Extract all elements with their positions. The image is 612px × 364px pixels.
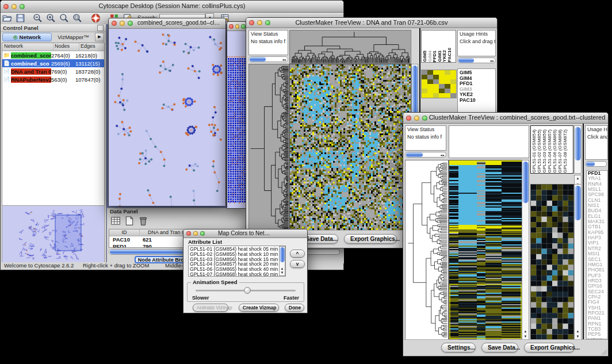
file-icon: 📄 — [2, 60, 11, 66]
combined-zoom-vscrollbar[interactable]: ▲ ▼ — [574, 184, 582, 340]
move-up-button[interactable]: ^ — [290, 250, 305, 258]
network-canvas[interactable] — [109, 28, 225, 206]
dna-column-label[interactable]: PAC10 — [447, 48, 453, 62]
attribute-list-label: Attribute List — [188, 239, 222, 245]
dna-column-dendrogram-canvas[interactable] — [289, 30, 411, 64]
close-button[interactable] — [406, 116, 411, 121]
col-header-network[interactable]: Network — [2, 43, 53, 51]
dna-right-hscrollbar[interactable]: ◂▸ — [457, 58, 496, 63]
main-title-bar[interactable]: Cytoscape Desktop (Session Name: collins… — [1, 1, 343, 13]
scroll-up-icon[interactable]: ▲ — [522, 329, 529, 334]
zoom-selected-icon[interactable] — [72, 13, 82, 23]
export-graphics-button[interactable]: Export Graphics... — [344, 234, 397, 244]
minimize-button[interactable] — [120, 21, 125, 26]
save-data-button[interactable]: Save Data... — [481, 343, 518, 352]
combined-column-label[interactable]: GPL51-02 (GSM855) — [537, 129, 542, 173]
network2-canvas[interactable] — [227, 30, 246, 208]
zoom-in-icon[interactable] — [46, 13, 56, 23]
slider-thumb[interactable] — [244, 287, 251, 294]
combined-zoom-heatmap-canvas[interactable] — [530, 184, 574, 340]
scroll-up-icon[interactable]: ▲ — [575, 329, 581, 334]
zoom-button[interactable] — [200, 231, 205, 236]
delete-attribute-icon[interactable] — [138, 216, 148, 226]
tab-network[interactable]: ⦿ Network — [2, 33, 52, 41]
network-window-title-bar[interactable]: combined_scores_good.txt--cluste... — [109, 18, 225, 29]
create-vizmap-button[interactable]: Create Vizmap — [239, 304, 279, 312]
close-button[interactable] — [229, 24, 234, 29]
scroll-up-icon[interactable]: ▲ — [575, 177, 581, 181]
dna-selected-cluster-heatmap[interactable] — [421, 70, 457, 98]
export-graphics-button[interactable]: Export Graphics... — [524, 343, 575, 352]
float-panel-icon[interactable] — [97, 25, 104, 31]
zoom-button[interactable] — [422, 116, 427, 121]
zoom-button[interactable] — [128, 21, 133, 26]
network-list-row[interactable]: 📁combined_scores2764(0)16218(0) — [2, 51, 104, 59]
attribute-list-scrollbar[interactable]: ▲ ▼ — [279, 246, 285, 276]
combined-title-bar[interactable]: ClusterMaker TreeView : combined_scores_… — [403, 113, 608, 124]
zoom-button[interactable] — [20, 4, 25, 9]
settings-button[interactable]: Settings... — [441, 343, 476, 352]
save-icon[interactable] — [16, 13, 25, 23]
combined-heatmap-vscrollbar[interactable]: ▲ ▼ — [522, 160, 529, 340]
col-header-edges[interactable]: Edges — [79, 43, 104, 51]
tab-overflow-button[interactable]: ▶ — [95, 33, 104, 41]
zoom-out-icon[interactable] — [33, 13, 43, 23]
zoom-button[interactable] — [241, 24, 246, 29]
zoom-fit-icon[interactable] — [59, 13, 69, 23]
scroll-arrows-icon[interactable]: ◂▸ — [489, 58, 495, 63]
resize-grip-icon[interactable] — [600, 348, 607, 355]
combined-column-label[interactable]: GPL51-04 (GSM857) — [547, 129, 552, 173]
close-button[interactable] — [3, 4, 9, 9]
attribute-list[interactable]: GPL51-01 (GSM854) heat shock 05 minGPL51… — [188, 246, 286, 277]
scroll-arrows-icon[interactable]: ◂▸ — [282, 57, 287, 62]
open-file-icon[interactable] — [2, 13, 12, 23]
minimize-button[interactable] — [414, 116, 419, 121]
combined-labels-vscrollbar[interactable] — [574, 125, 582, 174]
combined-row-dendrogram-canvas[interactable] — [405, 160, 449, 340]
dna-row-label[interactable]: PAC10 — [460, 98, 495, 104]
dna-left-hscrollbar[interactable]: ◂▸ — [248, 56, 288, 62]
minimize-button[interactable] — [257, 20, 262, 25]
close-button[interactable] — [249, 20, 254, 25]
network-edges: 16218(0) — [75, 52, 104, 59]
scroll-down-icon[interactable]: ▼ — [280, 271, 285, 275]
network-window2-title-bar[interactable] — [227, 22, 246, 31]
combined-right-hscrollbar[interactable] — [585, 161, 607, 167]
scroll-down-icon[interactable]: ▼ — [522, 335, 529, 339]
combined-column-label[interactable]: GPL51-06 (GSM865) — [552, 129, 557, 173]
scroll-up-icon[interactable]: ▲ — [280, 267, 285, 271]
combined-column-label[interactable]: GPL51-01 (GSM854) — [531, 129, 537, 173]
select-attributes-icon[interactable] — [110, 216, 121, 226]
minimize-button[interactable] — [235, 24, 240, 29]
animation-speed-slider[interactable] — [196, 290, 296, 292]
help-lifering-icon[interactable] — [91, 13, 101, 23]
dna-title-bar[interactable]: ClusterMaker TreeView : DNA and Tran 07-… — [246, 18, 497, 28]
zoom-button[interactable] — [265, 20, 270, 25]
dialog-title-bar[interactable]: Map Colors to Network — [183, 229, 307, 238]
minimize-button[interactable] — [12, 4, 17, 9]
combined-heatmap-canvas[interactable] — [449, 160, 522, 340]
move-down-button[interactable]: v — [290, 260, 305, 268]
dp-col-id[interactable]: ID — [109, 229, 140, 236]
animate-vizmap-button[interactable]: Animate Vizmap — [193, 304, 228, 312]
combined-column-label[interactable]: GPL51-03 (GSM856) — [542, 129, 547, 173]
network-list-row[interactable]: 📄combined_sco2569(6)13112(15) — [2, 59, 104, 67]
dna-heatmap-canvas[interactable] — [289, 64, 411, 231]
combined-column-label[interactable]: GPL51-08 (GSM872) — [563, 129, 568, 173]
new-attribute-icon[interactable] — [124, 216, 135, 226]
col-header-nodes[interactable]: Nodes — [53, 43, 79, 51]
tab-vizmapper[interactable]: VizMapper™ — [52, 34, 95, 40]
combined-column-label[interactable]: GPL51-07 (GSM868) — [557, 129, 563, 173]
close-button[interactable] — [186, 231, 191, 236]
network-list-row[interactable]: 📄DNA and Tran 07769(0)183728(0) — [2, 67, 104, 75]
dna-row-dendrogram-canvas[interactable] — [248, 64, 289, 231]
scroll-arrows-icon[interactable]: ◂▸ — [440, 152, 445, 158]
minimize-button[interactable] — [193, 231, 198, 236]
scroll-down-icon[interactable]: ▼ — [575, 335, 581, 339]
combined-left-hscrollbar[interactable]: ◂▸ — [405, 152, 446, 158]
network-overview-canvas[interactable] — [2, 205, 105, 263]
attribute-item[interactable]: GPL51-07 (GSM868) heat shock 60 min — [190, 272, 284, 277]
network-list-row[interactable]: 📄RNAPuberNov2+!563(0)107847(0) — [2, 75, 104, 83]
done-button[interactable]: Done — [285, 304, 304, 312]
close-button[interactable] — [112, 21, 117, 26]
